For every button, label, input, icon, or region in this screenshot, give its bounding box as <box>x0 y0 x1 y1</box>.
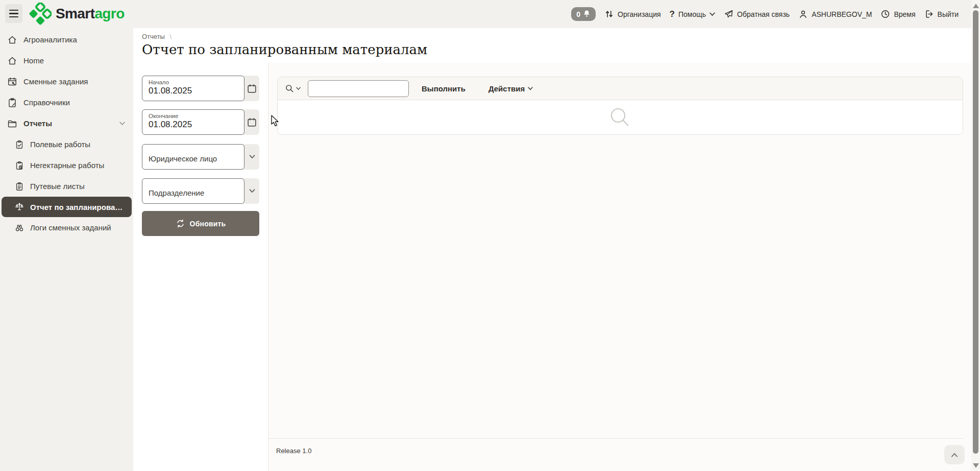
calendar-tasks-icon <box>7 77 17 87</box>
home-icon <box>7 35 17 45</box>
app-header: Smartagro 0 Организация ? Помощь <box>0 0 980 28</box>
sidebar-item-agroanalytics[interactable]: Агроаналитика <box>0 29 133 50</box>
hamburger-icon <box>9 10 18 11</box>
division-placeholder: Подразделение <box>149 189 204 197</box>
chevron-down-icon <box>249 189 255 193</box>
app-logo[interactable]: Smartagro <box>29 3 125 25</box>
sidebar-item-field-works[interactable]: Полевые работы <box>0 134 133 155</box>
end-date-input[interactable]: Окончание 01.08.2025 <box>142 109 244 135</box>
start-date-field: Начало 01.08.2025 <box>142 76 259 101</box>
breadcrumb-separator: \ <box>170 33 172 40</box>
start-date-calendar-button[interactable] <box>244 76 259 101</box>
division-field: Подразделение <box>142 178 259 204</box>
end-date-field: Окончание 01.08.2025 <box>142 109 259 135</box>
legal-entity-field: Юридическое лицо <box>142 144 259 170</box>
content-row: Начало 01.08.2025 Окончание 01.08.2025 <box>133 63 980 471</box>
chevron-down-icon <box>296 87 301 90</box>
start-date-label: Начало <box>149 79 244 85</box>
chevron-down-icon <box>528 87 533 90</box>
chevron-down-icon <box>709 12 715 16</box>
search-icon <box>285 84 295 93</box>
clock-icon <box>880 9 890 19</box>
report-panel: Выполнить Действия <box>277 77 963 135</box>
clipboard-edit-icon <box>7 98 17 108</box>
page-title: Отчет по запланированным материалам <box>142 42 980 57</box>
report-search-input[interactable] <box>308 80 409 97</box>
refresh-icon <box>176 219 185 228</box>
breadcrumb-reports-link[interactable]: Отчеты <box>142 33 165 40</box>
binoculars-icon <box>15 223 24 232</box>
search-placeholder-icon <box>608 106 632 129</box>
sidebar-item-directories[interactable]: Справочники <box>0 92 133 113</box>
sidebar-item-waybills[interactable]: Путевые листы <box>0 176 133 197</box>
bell-icon <box>582 10 591 18</box>
calendar-icon <box>247 83 257 94</box>
scrollbar-down-arrow[interactable] <box>973 463 979 468</box>
question-icon: ? <box>670 9 675 19</box>
notification-count-badge: 0 <box>576 10 580 18</box>
legal-entity-dropdown-button[interactable] <box>244 144 259 170</box>
feedback-menu-item[interactable]: Обратная связь <box>724 9 790 19</box>
sidebar-item-shift-task-logs[interactable]: Логи сменных заданий <box>0 217 133 238</box>
legal-entity-placeholder: Юридическое лицо <box>149 154 217 163</box>
execute-button[interactable]: Выполнить <box>416 81 471 96</box>
search-options-button[interactable] <box>285 84 301 93</box>
app: Smartagro 0 Организация ? Помощь <box>0 0 980 471</box>
notifications-button[interactable]: 0 <box>571 7 596 21</box>
report-region: Выполнить Действия Release 1.0 <box>268 63 980 471</box>
scrollbar-thumb[interactable] <box>973 10 978 454</box>
time-menu-item[interactable]: Время <box>880 9 915 19</box>
refresh-button-label: Обновить <box>190 220 226 228</box>
calendar-icon <box>247 117 257 128</box>
paper-plane-icon <box>724 9 733 19</box>
start-date-input[interactable]: Начало 01.08.2025 <box>142 76 244 101</box>
logo-icon <box>29 3 52 25</box>
person-icon <box>798 9 808 19</box>
chevron-up-icon <box>951 453 958 457</box>
sidebar-item-planned-materials-report[interactable]: Отчет по запланированным ... <box>2 197 132 217</box>
clipboard-list-icon <box>15 182 24 191</box>
chevron-down-icon <box>119 122 125 126</box>
actions-menu-button[interactable]: Действия <box>483 81 538 96</box>
organization-menu-item[interactable]: Организация <box>604 9 660 19</box>
swap-arrows-icon <box>604 9 614 19</box>
folder-icon <box>7 119 17 129</box>
clipboard-check-icon <box>15 140 24 149</box>
sidebar-item-non-hectare-works[interactable]: Негектарные работы <box>0 155 133 176</box>
page-scrollbar <box>971 0 980 471</box>
logout-icon <box>924 9 934 19</box>
division-select[interactable]: Подразделение <box>142 178 244 204</box>
start-date-value: 01.08.2025 <box>149 86 244 96</box>
logo-text: Smartagro <box>56 6 125 22</box>
report-toolbar: Выполнить Действия <box>278 77 963 100</box>
logout-menu-item[interactable]: Выйти <box>924 9 959 19</box>
sidebar-nav: Агроаналитика Home Сменные задания Справ… <box>0 28 133 471</box>
page-footer: Release 1.0 <box>268 438 963 455</box>
scales-icon <box>15 202 24 211</box>
legal-entity-select[interactable]: Юридическое лицо <box>142 144 244 170</box>
sidebar-item-reports[interactable]: Отчеты <box>0 113 133 134</box>
division-dropdown-button[interactable] <box>244 178 259 204</box>
sidebar-item-shift-tasks[interactable]: Сменные задания <box>0 71 133 92</box>
end-date-label: Окончание <box>149 113 244 119</box>
menu-toggle-button[interactable] <box>5 4 22 23</box>
end-date-calendar-button[interactable] <box>244 109 259 135</box>
header-actions: 0 Организация ? Помощь <box>571 0 959 28</box>
help-menu-item[interactable]: ? Помощь <box>670 9 715 19</box>
release-version: Release 1.0 <box>276 447 311 455</box>
main-content: Отчеты \ Отчет по запланированным матери… <box>133 28 980 471</box>
sidebar-item-home[interactable]: Home <box>0 50 133 71</box>
breadcrumb: Отчеты \ <box>133 28 980 40</box>
end-date-value: 01.08.2025 <box>149 120 244 130</box>
filter-panel: Начало 01.08.2025 Окончание 01.08.2025 <box>133 63 268 471</box>
scroll-to-top-button[interactable] <box>944 445 965 464</box>
report-results-empty <box>278 100 963 134</box>
refresh-button[interactable]: Обновить <box>142 211 259 236</box>
clipboard-clock-icon <box>15 161 24 170</box>
scrollbar-up-arrow[interactable] <box>973 4 979 8</box>
home-icon <box>7 56 17 66</box>
user-menu-item[interactable]: ASHURBEGOV_M <box>798 9 872 19</box>
chevron-down-icon <box>249 155 255 159</box>
